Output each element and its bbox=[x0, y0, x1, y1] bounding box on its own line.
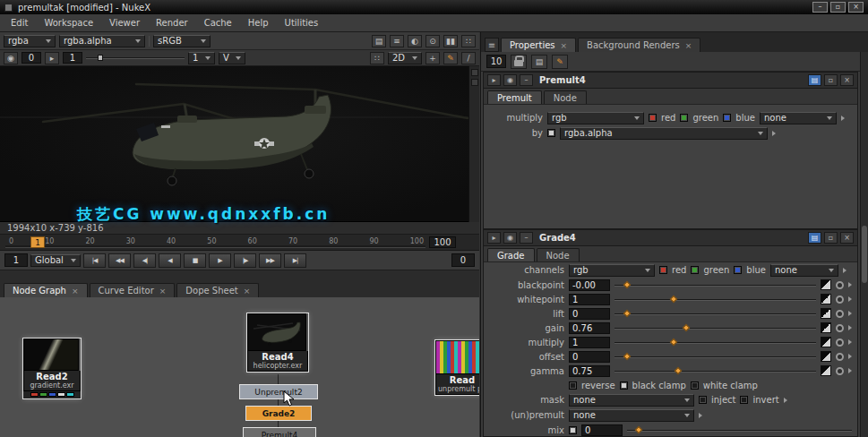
gamma-input[interactable]: 1 bbox=[63, 52, 82, 64]
animation-menu-icon[interactable] bbox=[848, 368, 852, 373]
blue-checkbox[interactable] bbox=[734, 266, 742, 274]
step-forward-button[interactable]: |▶ bbox=[234, 253, 256, 268]
color-wheel-icon[interactable] bbox=[836, 367, 844, 375]
tab-grade[interactable]: Grade bbox=[487, 248, 535, 261]
tab-curve-editor[interactable]: Curve Editor × bbox=[90, 283, 176, 297]
collapse-icon[interactable]: ▸ bbox=[487, 74, 501, 86]
wipe-icon[interactable]: ◐ bbox=[408, 35, 422, 47]
node-color-icon[interactable]: ◉ bbox=[503, 232, 517, 244]
close-button[interactable]: × bbox=[848, 2, 864, 13]
color-swatch[interactable] bbox=[821, 337, 831, 347]
menu-cache[interactable]: Cache bbox=[197, 16, 239, 30]
channel-select[interactable]: rgba bbox=[4, 35, 56, 47]
node-grade2[interactable]: Grade2 bbox=[246, 407, 311, 420]
frame-end-box[interactable]: 100 bbox=[429, 236, 456, 248]
properties-scrollbar[interactable] bbox=[860, 52, 868, 437]
tab-properties[interactable]: Properties × bbox=[501, 38, 576, 52]
slider-knob[interactable] bbox=[98, 55, 103, 61]
center-node-icon[interactable]: ▤ bbox=[808, 232, 821, 244]
slider-handle[interactable] bbox=[674, 366, 681, 373]
node-graph[interactable]: Read2 gradient.exr bbox=[0, 297, 479, 437]
color-wheel-icon[interactable] bbox=[836, 281, 844, 289]
menu-icon[interactable]: ≡ bbox=[390, 35, 404, 47]
node-premult4[interactable]: Premult4 bbox=[244, 428, 315, 437]
view-select[interactable]: V bbox=[219, 52, 245, 64]
frame-range-select[interactable]: Global bbox=[30, 254, 81, 267]
expand-right-icon[interactable] bbox=[841, 116, 845, 121]
param-slider[interactable] bbox=[614, 280, 816, 290]
menu-viewer[interactable]: Viewer bbox=[102, 16, 147, 30]
lock-icon[interactable] bbox=[511, 55, 527, 69]
tab-premult[interactable]: Premult bbox=[487, 90, 542, 104]
menu-help[interactable]: Help bbox=[241, 16, 276, 30]
goto-start-button[interactable]: |◀ bbox=[83, 253, 106, 268]
mask-channel-select[interactable]: none bbox=[569, 394, 694, 407]
crosshair-icon[interactable]: + bbox=[425, 52, 440, 64]
max-panels-input[interactable]: 10 bbox=[486, 55, 506, 68]
close-panel-icon[interactable]: × bbox=[840, 232, 854, 244]
target-icon[interactable]: ⊙ bbox=[425, 35, 440, 47]
play-backward-button[interactable]: ◀ bbox=[159, 253, 181, 268]
value-input[interactable]: 0.76 bbox=[569, 322, 610, 334]
tab-node-graph[interactable]: Node Graph × bbox=[4, 283, 88, 297]
node-read2[interactable]: Read2 gradient.exr bbox=[23, 338, 81, 398]
close-icon[interactable]: × bbox=[244, 287, 251, 296]
color-wheel-icon[interactable] bbox=[836, 353, 844, 361]
collapse-icon[interactable]: ▸ bbox=[487, 232, 501, 244]
current-frame-marker[interactable]: 1 bbox=[30, 236, 45, 248]
param-slider[interactable] bbox=[614, 366, 816, 376]
value-input[interactable]: 1 bbox=[569, 337, 610, 348]
node-color-icon[interactable]: ◉ bbox=[503, 74, 517, 86]
green-checkbox[interactable] bbox=[680, 114, 688, 122]
node-read4[interactable]: Read4 helicopter.exr bbox=[247, 313, 308, 372]
tab-node[interactable]: Node bbox=[544, 90, 587, 104]
panel-menu-icon[interactable]: ≡ bbox=[485, 38, 499, 52]
edit-pencil-icon[interactable]: ✎ bbox=[552, 55, 568, 69]
param-slider[interactable] bbox=[614, 352, 816, 362]
next-keyframe-button[interactable]: ▶▶ bbox=[259, 253, 281, 268]
close-icon[interactable]: × bbox=[685, 41, 692, 50]
none-channel-select[interactable]: none bbox=[760, 112, 837, 124]
color-swatch[interactable] bbox=[821, 279, 831, 290]
viewer-mode-select[interactable]: 2D bbox=[388, 52, 422, 64]
color-swatch[interactable] bbox=[821, 322, 831, 333]
play-forward-button[interactable]: ▶ bbox=[209, 253, 231, 268]
roi-dots-icon[interactable]: ∷ bbox=[461, 35, 476, 47]
roi-dots-icon[interactable]: ∷ bbox=[370, 52, 384, 64]
close-icon[interactable]: × bbox=[72, 287, 79, 296]
slider-handle[interactable] bbox=[682, 323, 689, 330]
blue-checkbox[interactable] bbox=[723, 114, 731, 122]
slider-handle[interactable] bbox=[670, 295, 677, 302]
close-icon[interactable]: × bbox=[159, 287, 167, 296]
menu-render[interactable]: Render bbox=[149, 16, 195, 30]
maximize-button[interactable]: ▫ bbox=[830, 2, 846, 13]
value-input[interactable]: 0 bbox=[581, 424, 623, 436]
slider-handle[interactable] bbox=[623, 309, 631, 316]
color-wheel-icon[interactable] bbox=[836, 310, 844, 318]
minimize-button[interactable]: – bbox=[812, 2, 828, 13]
scrollbar-thumb[interactable] bbox=[862, 226, 867, 283]
expand-right-icon[interactable] bbox=[843, 268, 847, 273]
float-panel-icon[interactable]: ▫ bbox=[824, 232, 838, 244]
green-checkbox[interactable] bbox=[691, 266, 699, 274]
tab-node[interactable]: Node bbox=[537, 248, 580, 261]
color-swatch[interactable] bbox=[821, 294, 831, 304]
node-unpremult2[interactable]: Unpremult2 bbox=[240, 385, 317, 398]
inject-checkbox[interactable] bbox=[699, 396, 707, 404]
pause-render-icon[interactable]: ▮▮ bbox=[443, 35, 458, 47]
color-swatch[interactable] bbox=[821, 308, 831, 319]
frame-ruler[interactable]: 0 10 20 30 40 50 60 70 80 90 100 1 100 bbox=[0, 235, 479, 251]
white-clamp-checkbox[interactable] bbox=[691, 381, 699, 390]
channels-select[interactable]: rgb bbox=[547, 112, 644, 124]
step-back-button[interactable]: ◀| bbox=[133, 253, 156, 268]
value-input[interactable]: -0.00 bbox=[569, 279, 610, 291]
annotate-pencil-icon[interactable]: ✎ bbox=[443, 52, 458, 64]
slider-handle[interactable] bbox=[623, 352, 631, 359]
color-wheel-icon[interactable] bbox=[836, 338, 844, 347]
viewer-canvas[interactable] bbox=[0, 66, 479, 222]
slider-handle[interactable] bbox=[635, 425, 642, 433]
close-icon[interactable]: × bbox=[561, 41, 568, 50]
current-frame-input[interactable]: 1 bbox=[4, 253, 28, 267]
clear-panels-icon[interactable]: ▤ bbox=[531, 55, 547, 69]
menu-workspace[interactable]: Workspace bbox=[37, 16, 100, 30]
